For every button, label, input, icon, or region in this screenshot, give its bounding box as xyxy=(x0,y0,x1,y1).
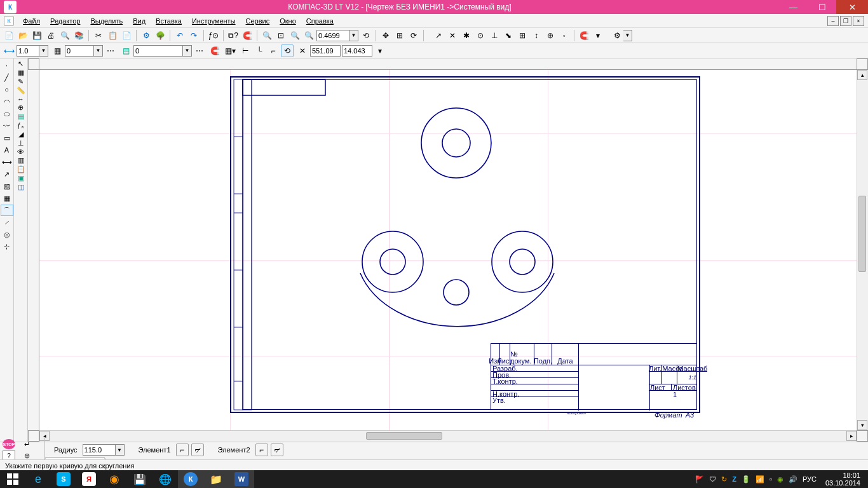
paste-button[interactable]: 📄 xyxy=(120,29,133,42)
tool-table[interactable]: ▦ xyxy=(1,193,13,204)
menu-window[interactable]: Окно xyxy=(275,15,301,27)
scrollbar-vertical[interactable]: ▴ ▾ xyxy=(857,70,868,430)
coord-x-field[interactable] xyxy=(310,45,341,57)
taskbar-chrome[interactable]: 🌐 xyxy=(153,470,178,488)
print-button[interactable]: 🖨 xyxy=(44,29,57,42)
tool-symbol[interactable]: ⊕ xyxy=(18,104,24,112)
tool-pencil[interactable]: ✎ xyxy=(18,78,24,86)
style-input[interactable] xyxy=(17,45,39,57)
tool-axis[interactable]: ⊹ xyxy=(1,241,13,252)
tool-spec[interactable]: ▥ xyxy=(18,156,24,165)
tool-leader[interactable]: ↗ xyxy=(1,168,13,180)
copy-button[interactable]: 📋 xyxy=(106,29,119,42)
tray-volume-icon[interactable]: 🔊 xyxy=(789,475,797,484)
scroll-down-button[interactable]: ▾ xyxy=(857,420,867,430)
tool-dim-ext[interactable]: ↔ xyxy=(17,95,24,103)
menu-insert[interactable]: Вставка xyxy=(151,15,187,27)
zoom-combo[interactable]: ▼ xyxy=(316,30,358,41)
tray-shield-icon[interactable]: 🛡 xyxy=(709,475,716,483)
zoom-out-button[interactable]: 🔍 xyxy=(302,29,315,42)
element2-notrim-button[interactable]: ⌐̷ xyxy=(271,444,283,456)
zoom-input[interactable] xyxy=(316,30,349,41)
lcs-button[interactable]: └ xyxy=(253,44,266,57)
ortho-mode-button[interactable]: ⌐ xyxy=(267,44,280,57)
tray-update-icon[interactable]: ↻ xyxy=(721,475,727,484)
snap-normal-button[interactable]: ⊥ xyxy=(488,29,501,42)
tool-ellipse[interactable]: ⬭ xyxy=(1,108,13,119)
tool-constraint[interactable]: ⊥ xyxy=(18,139,24,147)
tool-rectangle[interactable]: ▭ xyxy=(1,132,13,144)
tool-insert[interactable]: ▣ xyxy=(18,174,24,182)
axis-button[interactable]: ⊢ xyxy=(239,44,252,57)
zoom-dynamic-button[interactable]: 🔍 xyxy=(288,29,301,42)
layer-icon[interactable]: ▦ xyxy=(51,44,64,57)
mdi-close-button[interactable]: × xyxy=(853,16,864,26)
menu-tools[interactable]: Инструменты xyxy=(187,15,241,27)
tray-network-icon[interactable]: 📶 xyxy=(756,475,764,484)
tray-battery-icon[interactable]: 🔋 xyxy=(742,475,750,484)
snap-arrow-button[interactable]: ▾ xyxy=(592,29,604,42)
doc-combo[interactable]: ▼ xyxy=(133,45,192,57)
scroll-h-thumb[interactable] xyxy=(366,432,442,440)
snap-axis-button[interactable]: ↕ xyxy=(530,29,543,42)
tool-spline[interactable]: 〰 xyxy=(1,120,13,132)
tool-point[interactable]: · xyxy=(1,60,13,71)
doc-manager-button[interactable]: ⋯ xyxy=(193,44,206,57)
snap-center-button[interactable]: ⊕ xyxy=(544,29,557,42)
doc-input[interactable] xyxy=(133,45,183,57)
redraw-button[interactable]: ⟳ xyxy=(407,29,420,42)
tool-grid-ext[interactable]: ▦ xyxy=(18,69,24,77)
tray-app-icon[interactable]: ▫ xyxy=(770,475,772,483)
open-button[interactable]: 📂 xyxy=(17,29,29,42)
tool-circle[interactable]: ○ xyxy=(1,84,13,95)
fit-button[interactable]: ⊞ xyxy=(393,29,406,42)
drawing-viewport[interactable]: Изм Лист № докум. Подп. Дата Разраб. Про… xyxy=(39,70,857,430)
radius-input[interactable] xyxy=(83,444,116,456)
tool-hatch[interactable]: ▨ xyxy=(1,180,13,192)
properties-button[interactable]: ⚙ xyxy=(140,29,153,42)
tool-report[interactable]: 📋 xyxy=(17,165,25,173)
element1-trim-button[interactable]: ⌐ xyxy=(176,444,189,456)
tray-lang[interactable]: РУС xyxy=(803,475,817,483)
snap-mid-button[interactable]: ✕ xyxy=(446,29,459,42)
tool-view[interactable]: 👁 xyxy=(17,148,24,156)
snap-grid-button[interactable]: ⊞ xyxy=(516,29,529,42)
tree-button[interactable]: 🌳 xyxy=(154,29,166,42)
menu-help[interactable]: Справка xyxy=(301,15,339,27)
ortho-button[interactable]: 🧲 xyxy=(208,44,221,57)
tool-dim[interactable]: ⟷ xyxy=(1,156,13,168)
grid-button[interactable]: ▦▾ xyxy=(224,44,236,57)
pan-button[interactable]: ✥ xyxy=(379,29,392,42)
new-document-button[interactable]: 📄 xyxy=(3,29,15,42)
menu-file[interactable]: Файл xyxy=(18,15,45,27)
tool-select[interactable]: ↖ xyxy=(18,60,24,68)
tool-edit[interactable]: ▤ xyxy=(18,112,24,121)
menu-select[interactable]: Выделить xyxy=(85,15,128,27)
preview-button[interactable]: 🔍 xyxy=(58,29,71,42)
snap-end-button[interactable]: ↗ xyxy=(432,29,445,42)
magnet-button[interactable]: 🧲 xyxy=(241,29,254,42)
tool-chamfer[interactable]: ⟋ xyxy=(1,217,13,228)
undo-button[interactable]: ↶ xyxy=(173,29,186,42)
tray-clock[interactable]: 18:01 03.10.2014 xyxy=(822,471,864,487)
tool-arc[interactable]: ◠ xyxy=(1,96,13,107)
tool-param[interactable]: ƒₓ xyxy=(17,121,24,130)
close-button[interactable]: ✕ xyxy=(836,0,868,14)
layer-manager-button[interactable]: ⋯ xyxy=(104,44,117,57)
scroll-up-button[interactable]: ▴ xyxy=(857,70,867,80)
tool-lib[interactable]: ◫ xyxy=(18,183,24,191)
stop-button[interactable]: STOP xyxy=(3,439,15,449)
round-button[interactable]: ⟲ xyxy=(281,44,294,57)
library-button[interactable]: 📚 xyxy=(72,29,85,42)
taskbar-ie[interactable]: e xyxy=(25,470,51,488)
help-context-button[interactable]: ⧉? xyxy=(227,29,240,42)
snap-settings-combo[interactable]: ⚙▼ xyxy=(611,29,632,42)
mdi-minimize-button[interactable]: – xyxy=(827,16,839,26)
scroll-v-thumb[interactable] xyxy=(858,196,866,272)
zoom-window-button[interactable]: ⊡ xyxy=(275,29,287,42)
snap-tangent-button[interactable]: ⊙ xyxy=(474,29,487,42)
start-button[interactable] xyxy=(0,470,25,488)
macro-button[interactable]: ƒ⊙ xyxy=(207,29,220,42)
tray-gpu-icon[interactable]: ◉ xyxy=(777,475,783,484)
zoom-in-button[interactable]: 🔍 xyxy=(261,29,273,42)
